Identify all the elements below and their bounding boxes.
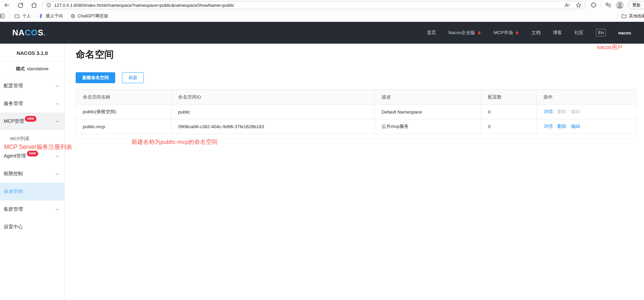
refresh-button[interactable]: 刷新 [122,72,144,83]
cell-config-count: 0 [481,105,537,119]
annotation-mcp-register-list: MCP Server服务注册列表 [4,143,72,151]
bookmark-chatgpt[interactable]: ChatGPT网页版 [70,13,108,19]
cell-actions: 详情删除编辑 [537,105,637,119]
nav-mcp-market[interactable]: MCP市场 [494,30,519,36]
bookmark-qianwen[interactable]: 通义千问 [38,13,63,19]
col-actions: 操作 [537,90,637,105]
sidebar: NACOS 3.1.0 模式standalone 配置管理 服务管理 MCP管理… [0,44,65,300]
annotation-new-namespace: 新建名称为public-mcp的命名空间 [132,138,217,146]
nav-community[interactable]: 社区 [574,30,584,36]
toolbar-divider [601,2,601,8]
sidebar-item-settings[interactable]: 设置中心 [0,218,64,236]
cell-description: 公共mcp服务 [374,119,481,134]
logged-in-user[interactable]: nacos [618,30,631,35]
browser-essentials-icon[interactable] [590,2,597,9]
sidebar-version: NACOS 3.1.0 [0,44,64,61]
nav-home[interactable]: 首页 [427,30,436,36]
sidebar-item-cluster[interactable]: 集群管理 [0,200,64,218]
edit-link: 编辑 [571,109,580,114]
bookmark-folder-personal[interactable]: 个人 [14,13,31,19]
sidebar-item-namespace[interactable]: 命名空间 [0,183,64,200]
detail-link[interactable]: 详情 [543,124,553,129]
sidebar-item-service[interactable]: 服务管理 [0,95,64,112]
sidebar-item-mcp[interactable]: MCP管理 new [0,112,64,130]
profile-avatar[interactable] [615,1,624,10]
new-badge: new [25,116,36,122]
chevron-down-icon [56,208,59,211]
nav-enterprise[interactable]: Nacos企业版 [448,30,481,36]
refresh-icon[interactable] [17,2,24,9]
browser-toolbar: 127.0.0.1:8080/index.html#/namespace?nam… [0,0,644,10]
site-info-icon[interactable] [46,2,51,8]
read-aloud-icon[interactable] [564,2,570,9]
sidebar-item-config[interactable]: 配置管理 [0,77,64,95]
create-namespace-button[interactable]: 新建命名空间 [76,72,115,83]
detail-link[interactable]: 详情 [543,109,553,114]
favorite-star-icon[interactable] [576,2,582,8]
delete-link: 删除 [557,109,566,114]
nav-blog[interactable]: 博客 [553,30,562,36]
flame-icon [477,30,481,35]
cell-config-count: 0 [481,119,537,134]
page-title: 命名空间 [76,48,637,61]
cell-namespace-name: public(保留空间) [76,105,171,119]
bookmarks-bar: 个人 通义千问 ChatGPT网页版 其他收藏夹 [0,10,644,22]
tab-panel-icon[interactable] [0,13,5,19]
table-row: public(保留空间) public Default Namespace 0 … [76,105,637,119]
table-row: public-mcp 0908ca08-c382-404c-9d96-37fe1… [76,119,637,134]
main-content: 命名空间 新建命名空间 刷新 命名空间名称 命名空间ID 描述 配置数 操作 p… [65,44,644,300]
other-favorites[interactable]: 其他收藏夹 [621,13,644,19]
chevron-down-icon [56,84,59,88]
namespace-table: 命名空间名称 命名空间ID 描述 配置数 操作 public(保留空间) pub… [76,89,637,134]
favorites-bar-icon[interactable] [605,2,612,9]
cell-namespace-id: 0908ca08-c382-404c-9d96-37fe1628b183 [171,119,374,134]
col-config-count: 配置数 [481,90,537,105]
cell-description: Default Namespace [374,105,481,119]
app-header: NACOS. 首页 Nacos企业版 MCP市场 文档 博客 社区 En nac… [0,22,644,44]
home-icon[interactable] [31,2,37,9]
cell-actions: 详情删除编辑 [537,119,637,134]
chevron-down-icon [56,154,59,158]
chevron-down-icon [56,172,59,176]
annotation-nacos-user: nacos用户 [597,44,623,51]
chatgpt-logo-icon [70,13,76,19]
language-switch[interactable]: En [596,29,606,36]
top-nav: 首页 Nacos企业版 MCP市场 文档 博客 社区 En nacos [427,29,631,36]
col-description: 描述 [374,90,481,105]
back-icon[interactable] [3,2,10,9]
qianwen-logo-icon [38,13,44,19]
nacos-logo[interactable]: NACOS. [12,28,46,38]
sidebar-item-auth[interactable]: 权限控制 [0,165,64,183]
flame-icon [515,30,519,35]
cell-namespace-id: public [171,105,374,119]
update-button[interactable]: 更新 ⋯ [628,1,644,9]
chevron-down-icon [56,120,59,123]
url-text[interactable]: 127.0.0.1:8080/index.html#/namespace?nam… [54,3,234,8]
table-header-row: 命名空间名称 命名空间ID 描述 配置数 操作 [76,90,637,105]
delete-link[interactable]: 删除 [557,124,566,129]
chevron-down-icon [56,102,59,106]
sidebar-mode: 模式standalone [0,61,64,77]
col-namespace-id: 命名空间ID [171,90,374,105]
edit-link[interactable]: 编辑 [571,124,580,129]
address-bar[interactable]: 127.0.0.1:8080/index.html#/namespace?nam… [42,1,585,9]
col-namespace-name: 命名空间名称 [76,90,171,105]
nav-docs[interactable]: 文档 [532,30,541,36]
new-badge: new [27,151,38,156]
cell-namespace-name: public-mcp [76,119,171,134]
